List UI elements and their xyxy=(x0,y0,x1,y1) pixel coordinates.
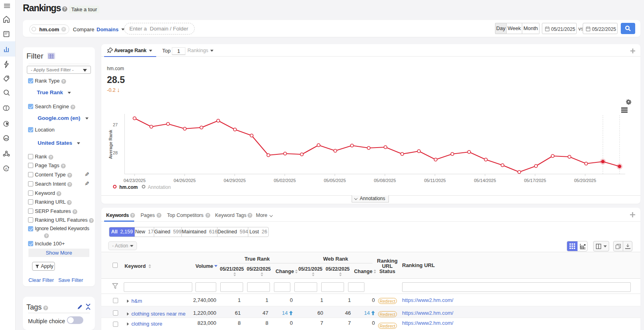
svg-text:28: 28 xyxy=(113,150,118,155)
svg-text:360: 360 xyxy=(4,137,8,140)
svg-text:05/08/2025: 05/08/2025 xyxy=(374,178,396,183)
svg-text:04/29/2025: 04/29/2025 xyxy=(223,178,246,183)
svg-text:Average Rank: Average Rank xyxy=(108,130,113,159)
svg-text:05/20/2025: 05/20/2025 xyxy=(574,178,596,183)
svg-text:05/14/2025: 05/14/2025 xyxy=(474,178,496,183)
svg-text:05/05/2025: 05/05/2025 xyxy=(324,178,346,183)
svg-text:05/02/2025: 05/02/2025 xyxy=(274,178,296,183)
svg-text:04/23/2025: 04/23/2025 xyxy=(123,178,145,183)
svg-text:05/17/2025: 05/17/2025 xyxy=(524,178,546,183)
svg-text:05/11/2025: 05/11/2025 xyxy=(424,178,446,183)
svg-text:04/26/2025: 04/26/2025 xyxy=(173,178,195,183)
svg-text:A: A xyxy=(5,166,8,171)
svg-text:27: 27 xyxy=(113,122,118,127)
